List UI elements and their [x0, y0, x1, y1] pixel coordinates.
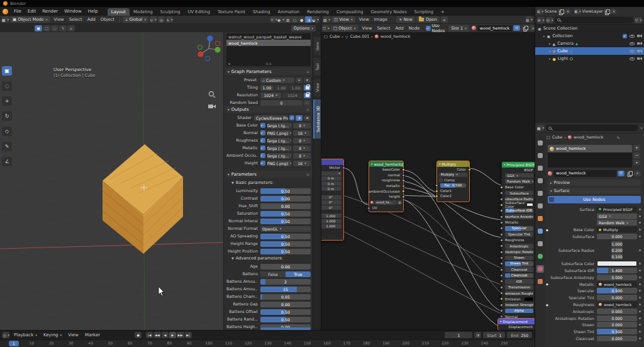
mapping-value-field[interactable]: 0° — [321, 195, 341, 200]
color2-socket[interactable] — [435, 195, 438, 198]
scene-icon[interactable]: ▤ — [537, 9, 543, 14]
wood-hemlock-texture-node[interactable]: ▾wood_hemlock▨ baseColornormalroughnessm… — [369, 161, 404, 212]
prop-value-field[interactable]: 0.000 — [597, 295, 637, 300]
image-menu-view[interactable]: View — [357, 17, 372, 22]
prop-multi-value[interactable]: 0.100 — [611, 254, 622, 259]
mapping-value-field[interactable]: 1.000 — [321, 219, 341, 224]
emission-strength-socket[interactable] — [500, 304, 503, 307]
keyframe-dot[interactable] — [639, 324, 641, 326]
outliner-row-light[interactable]: ▸●Light — [535, 55, 644, 62]
workspace-tab-texture-paint[interactable]: Texture Paint — [214, 8, 249, 16]
normal-socket[interactable] — [402, 174, 405, 177]
breadcrumb-object[interactable]: Cube — [552, 135, 563, 140]
expand-arrow-icon[interactable]: ▸ — [543, 34, 545, 38]
workspace-tab-shading[interactable]: Shading — [249, 8, 274, 16]
multiply-node-header[interactable]: ▾Multiply — [437, 161, 469, 167]
subsurface-anisotropy-socket[interactable] — [500, 215, 503, 219]
prop-color-swatch[interactable] — [597, 261, 637, 266]
texture-node-header[interactable]: ▾wood_hemlock▨ — [369, 161, 403, 167]
param-slider[interactable]: 2 — [260, 279, 311, 285]
param-slider[interactable]: 0.50 — [260, 219, 311, 224]
output-format-dropdown[interactable]: Targa (.tg... — [267, 123, 291, 128]
shader-dropdown[interactable]: Cycles/Eevee Proje... — [254, 115, 288, 121]
gizmo-z-axis[interactable] — [207, 35, 213, 41]
prop-texture-field[interactable]: wood_hemlock — [597, 302, 637, 307]
param-slider[interactable]: 0.50 — [260, 309, 311, 315]
output-checkbox[interactable]: ✓ — [260, 153, 265, 158]
workspace-tab-animation[interactable]: Animation — [274, 8, 304, 16]
display-mode-icon[interactable]: ≡ — [537, 17, 545, 23]
fake-user-shield-icon[interactable] — [618, 171, 625, 176]
mode-dropdown[interactable]: ▣Object Mode — [10, 16, 50, 23]
disable-render-icon[interactable] — [637, 42, 642, 45]
color-swatch[interactable] — [525, 297, 533, 301]
preset-dropdown[interactable]: ⌂Custom — [260, 77, 294, 83]
properties-tab-object-data[interactable] — [536, 253, 544, 260]
output-checkbox[interactable]: ✓ — [260, 138, 265, 143]
fake-user-shield-icon[interactable] — [513, 25, 520, 31]
subsurface-socket[interactable] — [500, 191, 503, 195]
scene-name[interactable]: Scene — [545, 9, 557, 14]
mapping-value-field[interactable]: 0° — [321, 200, 341, 205]
bsdf-slider[interactable]: Specular — [505, 226, 533, 231]
snap-icon[interactable]: ∪ — [150, 16, 157, 23]
zoom-icon[interactable] — [208, 91, 216, 98]
clamp-checkbox[interactable] — [439, 178, 443, 182]
select-mode-lasso-icon[interactable]: ϟ — [59, 25, 67, 31]
gizmo-x-negative[interactable] — [215, 41, 219, 45]
start-frame-field[interactable]: Start1 — [483, 332, 505, 338]
prop-node-field[interactable]: Multiply — [597, 227, 637, 232]
end-frame-field[interactable]: End250 — [507, 332, 532, 338]
blend-mode-dropdown[interactable]: Multiply — [439, 173, 467, 178]
output-depth-dropdown[interactable]: 8 — [293, 138, 311, 144]
image-editor-type-icon[interactable]: ▨ — [323, 16, 330, 23]
bsdf-slider[interactable]: Sheen Tint — [505, 261, 533, 266]
annotate-tool-icon[interactable]: ✎ — [2, 142, 12, 151]
tiling-y-field[interactable]: 1.00 — [275, 85, 288, 91]
prop-value-field[interactable]: 0.000 — [597, 234, 637, 239]
gizmo-y-negative[interactable] — [197, 45, 202, 49]
scale-tool-icon[interactable]: ◇ — [2, 127, 12, 136]
blender-menu-icon[interactable] — [3, 9, 8, 14]
disable-render-icon[interactable] — [637, 49, 642, 53]
prop-dropdown[interactable]: Random Walk — [597, 220, 637, 225]
viewport-menu-add[interactable]: Add — [85, 17, 98, 22]
tiling-x-field[interactable]: 1.00 — [260, 85, 274, 91]
prop-value-field[interactable]: 0.000 — [597, 316, 637, 321]
bsdf-field[interactable]: IOR — [505, 279, 533, 284]
auto-keying-button[interactable]: ● — [135, 332, 142, 338]
bsdf-dropdown[interactable]: Random Walk — [505, 179, 533, 184]
param-slider[interactable]: 0.00 — [260, 264, 311, 270]
link-icon[interactable]: ∞ — [441, 16, 448, 23]
select-mode-box-icon[interactable]: ▢ — [43, 25, 50, 31]
shading-wireframe-icon[interactable]: ○ — [291, 16, 298, 23]
subsurface-radius-socket[interactable] — [500, 198, 503, 201]
output-format-dropdown[interactable]: PNG (.png) — [267, 161, 291, 166]
material-name-field[interactable]: wood_hemlock — [477, 25, 512, 31]
workspace-tab-modeling[interactable]: Modeling — [130, 8, 157, 16]
keyframe-dot[interactable] — [639, 283, 641, 285]
timeline-ruler[interactable]: 1102030405060708090100110120130140150160… — [0, 339, 535, 347]
shader-menu-view[interactable]: View — [359, 26, 374, 31]
prop-value-field[interactable]: 0.000 — [597, 309, 637, 314]
vector-socket[interactable] — [342, 166, 345, 169]
bsdf-field[interactable]: Transmission — [505, 285, 533, 290]
outputs-header[interactable]: ▾Outputs≡ — [225, 106, 312, 113]
bsdf-field[interactable]: Anisotropic Rotation — [505, 249, 533, 254]
surface-panel-header[interactable]: ▾Surface — [548, 188, 641, 194]
shader-menu-add[interactable]: Add — [393, 26, 406, 31]
subsurface-ior-socket[interactable] — [500, 209, 503, 212]
mapping-type-dropdown[interactable] — [321, 171, 341, 176]
scene-unlink-icon[interactable]: × — [565, 9, 570, 14]
properties-tab-object[interactable] — [536, 215, 544, 222]
bsdf-field[interactable]: Anisotropic — [505, 244, 533, 249]
param-slider[interactable]: 0.50 — [260, 241, 311, 247]
properties-tab-tool[interactable] — [536, 139, 544, 147]
current-frame-field[interactable]: 1 — [445, 332, 472, 338]
image-menu-image[interactable]: Image — [372, 17, 390, 22]
shader-menu-node[interactable]: Node — [406, 26, 423, 31]
clearcoat-socket[interactable] — [500, 268, 503, 271]
keyframe-dot[interactable] — [639, 310, 641, 312]
bsdf-field[interactable]: Clearcoat — [505, 267, 533, 272]
material-list-item-walnut-wood-parquet-basket-weave[interactable]: walnut_wood_parquet_basket_weave — [226, 33, 311, 40]
